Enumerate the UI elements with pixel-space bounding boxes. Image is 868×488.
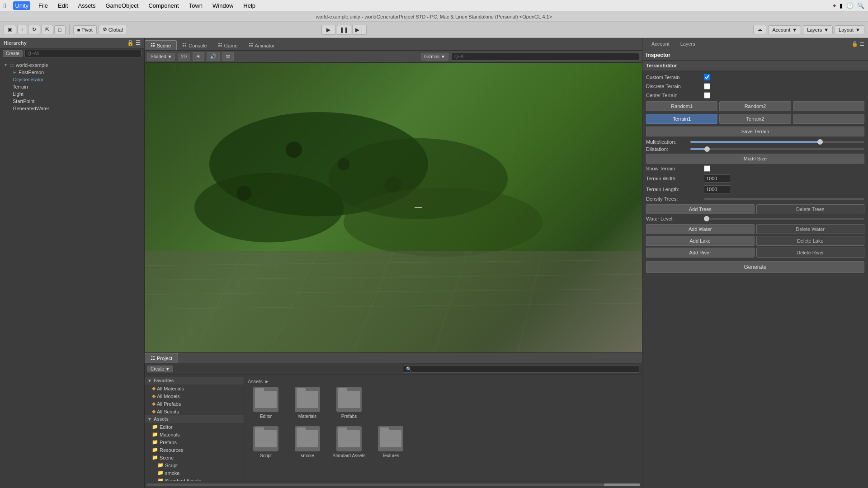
menu-icon[interactable]: ☰ [136,40,141,46]
save-terrain-button[interactable]: Save Terrain [646,127,864,136]
terrain2-button[interactable]: Terrain2 [719,114,791,124]
asset-textures[interactable]: Textures [373,426,409,458]
tree-smoke[interactable]: 📁 smoke [145,469,244,477]
hierarchy-item-light[interactable]: Light [0,90,144,98]
hierarchy-item-citygenerator[interactable]: CityGenerator [0,76,144,83]
create-button[interactable]: Create [3,50,23,57]
hierarchy-item-world-example[interactable]: ▼ ☷ world-example [0,61,144,69]
delete-lake-button[interactable]: Delete Lake [756,236,865,246]
menu-gameobject[interactable]: GameObject [104,1,140,10]
terrain-width-input[interactable] [704,174,731,183]
water-slider[interactable] [704,218,864,220]
project-scrollbar[interactable] [145,481,642,488]
tab-account[interactable]: Account [646,40,675,48]
tab-console[interactable]: ☷ Console [177,41,212,50]
dilatation-thumb[interactable] [704,146,710,152]
search-icon[interactable]: 🔍 [857,2,864,9]
asset-editor[interactable]: Editor [248,387,284,419]
add-trees-button[interactable]: Add Trees [646,204,755,214]
custom-terrain-checkbox[interactable] [704,74,710,80]
cloud-button[interactable]: ☁ [753,25,766,34]
hand-tool[interactable]: ▣ [4,25,16,34]
play-button[interactable]: ▶ [321,25,336,35]
tab-animator[interactable]: ☷ Animator [243,41,280,50]
hierarchy-item-terrain[interactable]: Terrain [0,83,144,90]
hierarchy-item-generatedwater[interactable]: GeneratedWater [0,105,144,112]
shading-dropdown[interactable]: Shaded ▼ [147,53,175,61]
generate-button[interactable]: Generate [646,261,864,273]
menu-town[interactable]: Town [187,1,204,10]
global-button[interactable]: ☢ Global [99,25,127,34]
pause-button[interactable]: ❚❚ [337,25,351,35]
terrain-length-input[interactable] [704,185,731,193]
lock-icon[interactable]: 🔓 [127,40,134,46]
pivot-button[interactable]: ■ Pivot [73,25,97,34]
tree-materials[interactable]: 📁 Materials [145,431,244,438]
menu-file[interactable]: File [37,1,50,10]
asset-materials[interactable]: Materials [289,387,326,419]
inspector-menu-icon[interactable]: ☰ [860,41,864,47]
tree-prefabs[interactable]: 📁 Prefabs [145,438,244,446]
inspector-lock-icon[interactable]: 🔓 [852,41,858,47]
hierarchy-item-startpoint[interactable]: StartPoint [0,98,144,105]
tab-game[interactable]: ☷ Game [212,41,243,50]
account-button[interactable]: Account ▼ [768,25,801,34]
menu-component[interactable]: Component [146,1,180,10]
menu-edit[interactable]: Edit [56,1,70,10]
lighting-button[interactable]: ☀ [193,52,204,61]
discrete-terrain-checkbox[interactable] [704,83,710,89]
multiplication-slider[interactable] [690,141,864,143]
random1-button[interactable]: Random1 [646,101,717,111]
tab-layers[interactable]: Layers [675,40,701,48]
layout-button[interactable]: Layout ▼ [835,25,864,34]
project-create-button[interactable]: Create ▼ [147,366,173,372]
random3-button[interactable] [793,101,864,111]
asset-standard-assets[interactable]: Standard Assets [331,426,367,458]
hierarchy-search[interactable] [24,50,142,57]
layers-button[interactable]: Layers ▼ [803,25,833,34]
move-tool[interactable]: ⁝ [17,25,27,34]
tree-script[interactable]: 📁 Script [145,461,244,469]
scale-tool[interactable]: ⇱ [41,25,53,34]
terrain3-button[interactable] [793,114,864,124]
rotate-tool[interactable]: ↻ [28,25,40,34]
snow-terrain-checkbox[interactable] [704,165,710,172]
audio-button[interactable]: 🔊 [207,52,220,61]
apple-menu[interactable]:  [4,2,6,9]
tab-project[interactable]: ☷ Project [145,353,178,363]
project-search-input[interactable] [403,365,639,373]
menu-assets[interactable]: Assets [76,1,97,10]
terrain1-button[interactable]: Terrain1 [646,114,717,124]
dilatation-slider[interactable] [690,148,864,150]
delete-river-button[interactable]: Delete River [756,248,865,258]
tree-standard-assets[interactable]: 📁 Standard Assets [145,477,244,481]
tree-scene[interactable]: 📁 Scene [145,454,244,461]
tab-scene[interactable]: ☷ Scene [145,40,177,50]
tree-all-scripts[interactable]: ◆ All Scripts [145,408,244,415]
gizmos-dropdown[interactable]: Gizmos ▼ [421,53,448,61]
scene-view[interactable] [145,63,642,352]
center-terrain-checkbox[interactable] [704,92,710,99]
step-button[interactable]: ▶│ [352,25,367,35]
add-lake-button[interactable]: Add Lake [646,236,755,246]
2d-button[interactable]: 2D [178,53,190,61]
multiplication-thumb[interactable] [817,139,823,145]
add-river-button[interactable]: Add River [646,248,755,258]
add-water-button[interactable]: Add Water [646,224,755,234]
asset-prefabs[interactable]: Prefabs [331,387,367,419]
menu-help[interactable]: Help [241,1,257,10]
menu-unity[interactable]: Unity [13,1,30,10]
rect-tool[interactable]: □ [54,25,66,34]
tree-all-materials[interactable]: ◆ All Materials [145,385,244,392]
menu-window[interactable]: Window [211,1,235,10]
tree-all-models[interactable]: ◆ All Models [145,392,244,400]
tree-editor[interactable]: 📁 Editor [145,423,244,431]
tree-all-prefabs[interactable]: ◆ All Prefabs [145,400,244,408]
hierarchy-item-firstperson[interactable]: ► FirstPerson [0,69,144,76]
tree-resources[interactable]: 📁 Resources [145,446,244,454]
delete-water-button[interactable]: Delete Water [756,224,865,234]
delete-trees-button[interactable]: Delete Trees [756,204,865,214]
modif-size-button[interactable]: Modif Size [646,154,864,164]
scene-search[interactable] [451,53,639,61]
asset-smoke[interactable]: smoke [289,426,326,458]
